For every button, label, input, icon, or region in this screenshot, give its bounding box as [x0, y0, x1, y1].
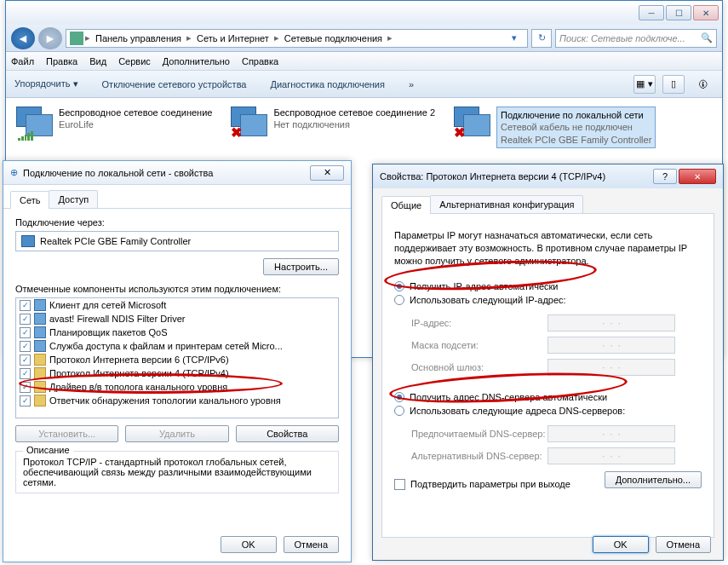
component-row[interactable]: ✓Ответчик обнаружения топологии канально… [16, 394, 338, 407]
radio-auto-dns[interactable]: Получить адрес DNS-сервера автоматически [394, 390, 702, 404]
radio-button[interactable] [394, 281, 404, 291]
ethernet-icon: ✖ [454, 107, 490, 141]
cancel-button[interactable]: Отмена [656, 536, 711, 553]
checkbox[interactable]: ✓ [20, 341, 31, 352]
service-icon [34, 313, 46, 325]
component-row[interactable]: ✓Служба доступа к файлам и принтерам сет… [16, 339, 338, 353]
refresh-button[interactable]: ↻ [531, 29, 552, 48]
more-commands[interactable]: » [409, 79, 414, 89]
menu-edit[interactable]: Правка [46, 56, 77, 66]
connection-item-selected[interactable]: ✖ Подключение по локальной сетиСетевой к… [454, 107, 656, 148]
radio-auto-ip[interactable]: Получить IP-адрес автоматически [394, 280, 702, 293]
checkbox[interactable]: ✓ [20, 382, 31, 393]
dialog-title: Подключение по локальной сети - свойства [23, 168, 305, 178]
configure-button[interactable]: Настроить... [263, 258, 339, 275]
organize-button[interactable]: Упорядочить ▾ [14, 78, 78, 89]
ok-button[interactable]: OK [593, 536, 649, 553]
network-icon [70, 32, 83, 45]
menu-help[interactable]: Справка [242, 56, 278, 66]
component-row[interactable]: ✓Протокол Интернета версии 6 (TCP/IPv6) [16, 353, 338, 366]
bc-seg[interactable]: Панель управления [92, 33, 185, 43]
close-button[interactable]: ✕ [310, 165, 344, 181]
validate-label: Подтвердить параметры при выходе [410, 479, 570, 489]
radio-button[interactable] [394, 406, 404, 416]
ok-button[interactable]: OK [221, 536, 277, 553]
connection-name: Беспроводное сетевое соединение [59, 107, 212, 118]
component-row-ipv4[interactable]: ✓Протокол Интернета версии 4 (TCP/IPv4) [16, 366, 338, 380]
tab-bar: Сеть Доступ [3, 185, 351, 209]
protocol-icon [34, 367, 46, 379]
ipv4-properties-dialog: Свойства: Протокол Интернета версии 4 (T… [372, 164, 724, 561]
service-icon [34, 340, 46, 352]
install-button[interactable]: Установить... [15, 425, 118, 442]
disable-device-button[interactable]: Отключение сетевого устройства [102, 79, 247, 89]
search-icon[interactable]: 🔍 [701, 32, 713, 43]
radio-button[interactable] [394, 392, 404, 402]
menubar: Файл Правка Вид Сервис Дополнительно Спр… [6, 52, 722, 71]
network-icon: ⊕ [10, 167, 18, 178]
dialog-titlebar: Свойства: Протокол Интернета версии 4 (T… [373, 164, 723, 188]
bc-seg[interactable]: Сетевые подключения [281, 33, 386, 43]
dropdown-icon[interactable]: ▾ [505, 32, 524, 43]
component-row[interactable]: ✓avast! Firewall NDIS Filter Driver [16, 312, 338, 326]
menu-view[interactable]: Вид [89, 56, 106, 66]
component-row[interactable]: ✓Планировщик пакетов QoS [16, 326, 338, 339]
tab-general[interactable]: Общие [381, 196, 431, 214]
view-button[interactable]: ▦ ▾ [633, 75, 656, 94]
minimize-button[interactable]: ─ [639, 5, 664, 20]
radio-manual-ip[interactable]: Использовать следующий IP-адрес: [394, 293, 702, 307]
checkbox[interactable]: ✓ [20, 395, 31, 406]
diagnose-button[interactable]: Диагностика подключения [270, 79, 384, 89]
checkbox[interactable]: ✓ [20, 327, 31, 338]
close-button[interactable]: ✕ [693, 5, 719, 20]
breadcrumb[interactable]: ▸ Панель управления▸ Сеть и Интернет▸ Се… [66, 29, 528, 48]
maximize-button[interactable]: ☐ [666, 5, 691, 20]
gateway-label: Основной шлюз: [411, 362, 547, 372]
command-bar: Упорядочить ▾ Отключение сетевого устрой… [6, 71, 722, 98]
tab-bar: Общие Альтернативная конфигурация [381, 195, 714, 214]
checkbox[interactable]: ✓ [20, 368, 31, 379]
connection-item[interactable]: Беспроводное сетевое соединениеEuroLife [16, 107, 212, 148]
bc-seg[interactable]: Сеть и Интернет [193, 33, 272, 43]
tab-sharing[interactable]: Доступ [49, 190, 98, 208]
preview-pane-button[interactable]: ▯ [662, 75, 685, 94]
connection-status: Нет подключения [273, 118, 435, 130]
checkbox[interactable]: ✓ [20, 355, 31, 366]
checkbox[interactable] [394, 479, 405, 490]
checkbox[interactable]: ✓ [20, 300, 31, 311]
radio-manual-dns[interactable]: Использовать следующие адреса DNS-сервер… [394, 404, 702, 418]
cancel-button[interactable]: Отмена [284, 536, 339, 553]
description-text: Протокол TCP/IP - стандартный протокол г… [23, 457, 331, 487]
close-button[interactable]: ✕ [679, 169, 716, 184]
tab-content: Подключение через: Realtek PCIe GBE Fami… [3, 209, 351, 510]
help-button[interactable]: ? [653, 169, 677, 184]
client-icon [34, 299, 46, 311]
dialog-title: Свойства: Протокол Интернета версии 4 (T… [380, 171, 653, 182]
menu-file[interactable]: Файл [11, 56, 34, 66]
forward-button[interactable]: ► [38, 27, 62, 49]
dns2-label: Альтернативный DNS-сервер: [411, 451, 547, 461]
component-row[interactable]: ✓Клиент для сетей Microsoft [16, 298, 338, 312]
search-input[interactable]: Поиск: Сетевые подключе... 🔍 [555, 29, 717, 48]
connection-status: Сетевой кабель не подключен [501, 121, 651, 133]
components-list[interactable]: ✓Клиент для сетей Microsoft ✓avast! Fire… [15, 297, 339, 418]
protocol-icon [34, 395, 46, 406]
checkbox[interactable]: ✓ [20, 314, 31, 325]
tab-network[interactable]: Сеть [10, 191, 49, 209]
connection-status: EuroLife [59, 118, 212, 130]
description-box: Описание Протокол TCP/IP - стандартный п… [15, 451, 339, 493]
help-icon[interactable]: 🛈 [691, 75, 714, 94]
tab-alternate[interactable]: Альтернативная конфигурация [430, 195, 583, 213]
component-row[interactable]: ✓Драйвер в/в тополога канального уровня [16, 380, 338, 394]
advanced-button[interactable]: Дополнительно... [605, 471, 702, 488]
menu-advanced[interactable]: Дополнительно [163, 56, 230, 66]
remove-button[interactable]: Удалить [125, 425, 228, 442]
radio-button[interactable] [394, 295, 404, 305]
protocol-icon [34, 354, 46, 366]
properties-button[interactable]: Свойства [236, 425, 339, 442]
connection-item[interactable]: ✖ Беспроводное сетевое соединение 2Нет п… [231, 107, 435, 148]
menu-tools[interactable]: Сервис [118, 56, 151, 66]
dns2-input: · · · [547, 447, 675, 464]
back-button[interactable]: ◄ [11, 27, 35, 49]
adapter-name: Realtek PCIe GBE Family Controller [40, 236, 191, 246]
